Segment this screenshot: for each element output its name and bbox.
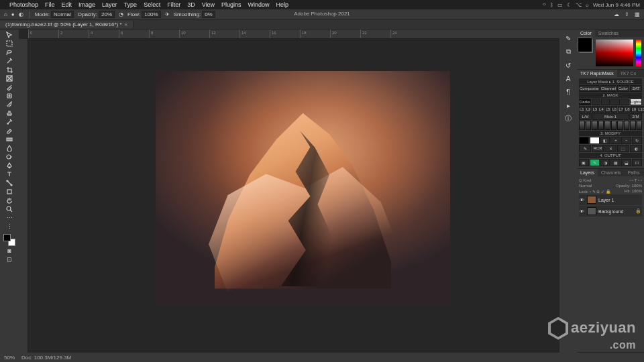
search-icon[interactable]: ⌕ <box>586 2 589 8</box>
document-canvas[interactable] <box>156 71 450 305</box>
rectangle-tool[interactable] <box>5 188 13 196</box>
menu-image[interactable]: Image <box>78 1 95 8</box>
tk-modify-button[interactable] <box>579 137 589 144</box>
tk-zone-button[interactable]: L4 <box>598 106 604 113</box>
blur-tool[interactable] <box>5 144 13 152</box>
frame-tool[interactable] <box>5 74 13 82</box>
tk-mids-button[interactable]: Mids-1 <box>592 113 629 120</box>
zoom-level[interactable]: 50% <box>4 355 15 361</box>
stamp-tool[interactable] <box>5 109 13 117</box>
flow-field[interactable]: Flow: 100% <box>127 11 161 18</box>
layer-kind-filter[interactable]: Q Kind <box>579 178 591 182</box>
layer-blend-mode[interactable]: Normal <box>579 184 592 188</box>
paths-tab[interactable]: Paths <box>625 169 643 176</box>
tk-channel-button[interactable]: Channel <box>600 85 616 92</box>
eraser-tool[interactable] <box>5 127 13 135</box>
canvas-area[interactable]: 024681012141618202224 <box>19 29 559 353</box>
tk-zone-button[interactable]: L8 <box>625 106 631 113</box>
history-brush-tool[interactable] <box>5 118 13 126</box>
tk-mask-button[interactable] <box>592 99 600 105</box>
tk-sliders[interactable] <box>579 121 642 130</box>
flow-value[interactable]: 100% <box>142 11 160 18</box>
path-tool[interactable] <box>5 179 13 187</box>
foreground-color-swatch[interactable] <box>3 234 11 241</box>
horizontal-ruler[interactable]: 024681012141618202224 <box>28 29 559 39</box>
tk-darks-button[interactable]: Darks <box>579 99 591 105</box>
tk-mask-button[interactable] <box>610 99 619 105</box>
menu-file[interactable]: File <box>45 1 55 8</box>
mode-value[interactable]: Normal <box>51 11 74 18</box>
visibility-icon[interactable]: 👁 <box>580 198 585 202</box>
hand-tool[interactable] <box>5 196 13 204</box>
tk-mask-button[interactable] <box>621 99 629 105</box>
tk7-rapidmask-tab[interactable]: TK7 RapidMask <box>577 70 617 77</box>
menu-layer[interactable]: Layer <box>102 1 117 8</box>
tk-zone-button[interactable]: L2 <box>586 106 592 113</box>
blend-mode-field[interactable]: Mode: Normal <box>35 11 74 18</box>
layer-name[interactable]: Background <box>598 209 623 214</box>
airbrush-icon[interactable]: ✈ <box>165 11 170 17</box>
tk-zone-button[interactable]: L9 <box>631 106 637 113</box>
lock-icon[interactable]: 🔒 <box>635 208 641 214</box>
tk-zone-button[interactable]: L6 <box>611 106 617 113</box>
workspace-icon[interactable]: ▦ <box>635 11 640 17</box>
foreground-background-colors[interactable] <box>3 234 15 246</box>
pen-tool[interactable] <box>5 162 13 170</box>
tk-modify-button[interactable]: + <box>610 137 621 144</box>
bluetooth-icon[interactable]: ᛒ <box>550 2 553 8</box>
tk-modify-button[interactable]: − <box>621 137 631 144</box>
wand-tool[interactable] <box>5 57 13 65</box>
tk-modify-button[interactable] <box>590 137 600 144</box>
tk-mids-button[interactable]: L/M <box>579 113 592 120</box>
brush-preset-icon[interactable]: ◐ <box>19 11 23 17</box>
tk-output-button[interactable]: ▦ <box>610 159 621 166</box>
tk-mids-button[interactable]: 2/M <box>629 113 642 120</box>
paragraph-panel-icon[interactable]: ¶ <box>564 87 573 97</box>
tk-modify-button[interactable]: ◐ <box>630 145 642 152</box>
document-info[interactable]: Doc: 100.3M/129.3M <box>21 355 71 361</box>
wifi-icon[interactable]: ⌔ <box>543 2 546 8</box>
menu-type[interactable]: Type <box>124 1 138 8</box>
tk-zone-button[interactable]: L10 <box>637 106 644 113</box>
tool-preset-icon[interactable]: ● <box>11 11 15 17</box>
marquee-tool[interactable] <box>5 40 13 48</box>
clone-panel-icon[interactable]: ⧉ <box>564 47 573 56</box>
close-tab-icon[interactable]: × <box>125 21 128 27</box>
tk-modify-button[interactable]: ✎ <box>579 145 591 152</box>
tk-output-button[interactable]: ▣ <box>579 159 589 166</box>
zoom-tool[interactable] <box>5 205 13 213</box>
tk-composite-button[interactable]: Composite <box>579 85 600 92</box>
type-tool[interactable] <box>5 170 13 178</box>
info-panel-icon[interactable]: ⓘ <box>564 114 573 123</box>
tk-output-button[interactable]: ✎ <box>590 159 600 166</box>
share-icon[interactable]: ⇧ <box>625 11 629 17</box>
smoothing-value[interactable]: 0% <box>202 11 215 18</box>
dodge-tool[interactable] <box>5 153 13 161</box>
layer-name[interactable]: Layer 1 <box>598 198 614 202</box>
vertical-ruler[interactable] <box>19 39 28 353</box>
move-tool[interactable] <box>5 31 13 39</box>
eyedropper-tool[interactable] <box>5 83 13 91</box>
control-center-icon[interactable]: ⌥ <box>576 2 582 8</box>
tk-zone-button[interactable]: L1 <box>579 106 585 113</box>
smoothing-field[interactable]: Smoothing: 0% <box>174 11 215 18</box>
tk-modify-button[interactable]: ⬚ <box>617 145 629 152</box>
menu-window[interactable]: Window <box>248 1 270 8</box>
tk-modify-button[interactable]: RCR <box>592 145 604 152</box>
pressure-opacity-icon[interactable]: ◔ <box>119 11 123 17</box>
menubar-clock[interactable]: Wed Jun 9 4:46 PM <box>593 2 640 8</box>
visibility-icon[interactable]: 👁 <box>580 209 585 214</box>
menu-help[interactable]: Help <box>276 1 289 8</box>
color-tab[interactable]: Color <box>577 29 595 37</box>
menu-plugins[interactable]: Plugins <box>221 1 241 8</box>
menu-app[interactable]: Photoshop <box>9 1 38 8</box>
tk-zone-button[interactable]: L5 <box>605 106 611 113</box>
tk-lights-button[interactable]: Lights <box>630 99 642 105</box>
layer-row[interactable]: 👁 Layer 1 <box>579 194 642 205</box>
more-tools-icon[interactable]: ⋯ <box>5 214 13 222</box>
tk-output-button[interactable]: ◑ <box>600 159 610 166</box>
battery-icon[interactable]: ▭ <box>557 2 563 8</box>
lasso-tool[interactable] <box>5 48 13 56</box>
type-panel-icon[interactable]: A <box>564 74 573 83</box>
crop-tool[interactable] <box>5 66 13 74</box>
